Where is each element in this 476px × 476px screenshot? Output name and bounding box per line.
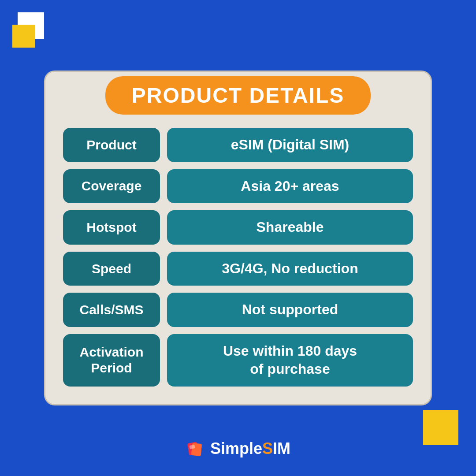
details-table: Product eSIM (Digital SIM) Coverage Asia… (63, 128, 413, 387)
table-row: Calls/SMS Not supported (63, 293, 413, 327)
label-speed: Speed (63, 252, 160, 286)
title-badge: PRODUCT DETAILS (105, 76, 371, 115)
label-coverage: Coverage (63, 169, 160, 204)
label-product: Product (63, 128, 160, 162)
table-row: ActivationPeriod Use within 180 daysof p… (63, 334, 413, 387)
page-title: PRODUCT DETAILS (132, 84, 344, 107)
brand-name: SimpleSIM (210, 439, 290, 458)
table-row: Product eSIM (Digital SIM) (63, 128, 413, 162)
value-speed: 3G/4G, No reduction (167, 252, 413, 286)
product-details-card: PRODUCT DETAILS Product eSIM (Digital SI… (44, 71, 432, 405)
corner-decoration-top-left (12, 12, 48, 48)
value-calls-sms: Not supported (167, 293, 413, 327)
sim-icon (186, 439, 205, 458)
value-activation-period: Use within 180 daysof purchase (167, 334, 413, 387)
label-hotspot: Hotspot (63, 210, 160, 245)
value-product: eSIM (Digital SIM) (167, 128, 413, 162)
table-row: Speed 3G/4G, No reduction (63, 252, 413, 286)
table-row: Hotspot Shareable (63, 210, 413, 245)
corner-decoration-bottom-right (423, 410, 458, 445)
table-row: Coverage Asia 20+ areas (63, 169, 413, 204)
brand-footer: SimpleSIM (186, 439, 290, 458)
value-coverage: Asia 20+ areas (167, 169, 413, 204)
value-hotspot: Shareable (167, 210, 413, 245)
svg-rect-1 (191, 443, 202, 456)
label-calls-sms: Calls/SMS (63, 293, 160, 327)
label-activation-period: ActivationPeriod (63, 334, 160, 387)
